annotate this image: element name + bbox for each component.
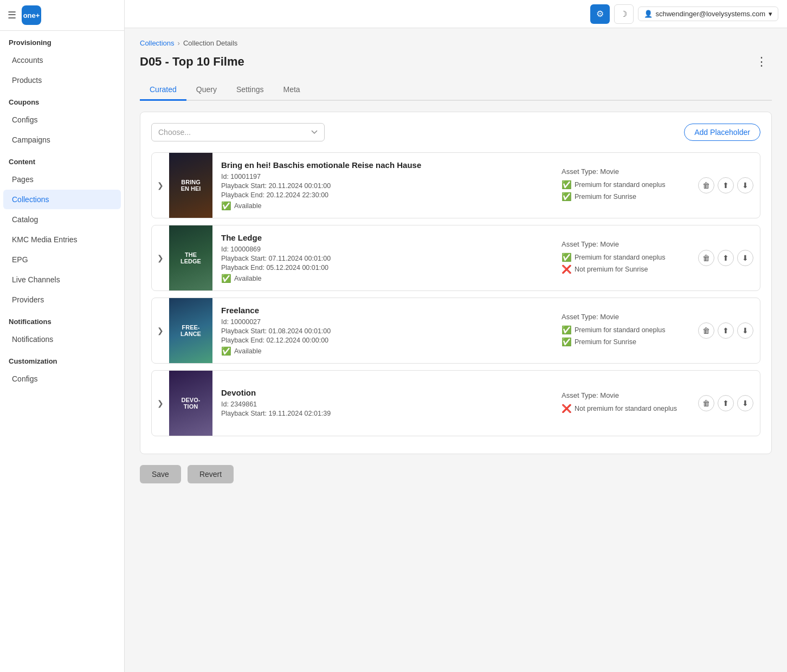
breadcrumb-separator: › <box>178 39 180 47</box>
revert-button[interactable]: Revert <box>188 465 234 483</box>
premium2-row: ✅ Premium for Sunrise <box>562 337 694 347</box>
media-right-info: Asset Type: Movie ✅ Premium for standard… <box>557 161 698 210</box>
move-down-button[interactable]: ⬇ <box>737 322 753 339</box>
sidebar-item-accounts[interactable]: Accounts <box>3 50 121 70</box>
sidebar-section-content: Content Pages Collections Catalog KMC Me… <box>0 150 124 310</box>
cross-icon: ❌ <box>562 404 572 413</box>
move-down-button[interactable]: ⬇ <box>737 250 753 266</box>
sidebar-item-products[interactable]: Products <box>3 70 121 90</box>
breadcrumb-link[interactable]: Collections <box>140 39 175 47</box>
playback-end: Playback End: 05.12.2024 00:01:00 <box>221 264 549 272</box>
tab-curated[interactable]: Curated <box>140 80 186 101</box>
delete-button[interactable]: 🗑 <box>698 395 714 411</box>
sidebar-section-provisioning: Provisioning Accounts Products <box>0 31 124 91</box>
premium1-row: ✅ Premium for standard oneplus <box>562 253 694 262</box>
media-right-info: Asset Type: Movie ❌ Not premium for stan… <box>557 385 698 422</box>
tab-meta[interactable]: Meta <box>274 80 310 101</box>
gear-button[interactable]: ⚙ <box>590 4 610 24</box>
media-id: Id: 10000027 <box>221 318 549 326</box>
sidebar-section-label-notifications: Notifications <box>0 310 124 329</box>
choose-row: Choose... Add Placeholder <box>151 123 760 141</box>
playback-start: Playback Start: 07.11.2024 00:01:00 <box>221 255 549 262</box>
media-item-row: ❯ FREE- LANCE Freelance Id: 10000027 Pla… <box>152 298 760 363</box>
playback-start: Playback Start: 19.11.2024 02:01:39 <box>221 410 549 417</box>
move-down-button[interactable]: ⬇ <box>737 395 753 411</box>
add-placeholder-button[interactable]: Add Placeholder <box>684 124 760 141</box>
sidebar-item-providers[interactable]: Providers <box>3 290 121 309</box>
hamburger-icon[interactable]: ☰ <box>8 9 16 21</box>
tab-settings[interactable]: Settings <box>227 80 274 101</box>
cross-icon: ❌ <box>562 264 572 274</box>
sidebar-section-label-content: Content <box>0 150 124 169</box>
choose-select[interactable]: Choose... <box>151 123 325 141</box>
content-area: Collections › Collection Details D05 - T… <box>125 28 787 672</box>
media-id: Id: 10000869 <box>221 245 549 253</box>
premium2-row: ❌ Not premium for Sunrise <box>562 264 694 274</box>
main-area: ⚙ ☽ 👤 schwendinger@lovelysystems.com ▾ C… <box>125 0 787 672</box>
dark-mode-button[interactable]: ☽ <box>614 4 634 24</box>
premium1-label: Not premium for standard oneplus <box>575 405 677 412</box>
more-options-icon[interactable]: ⋮ <box>751 53 772 71</box>
sidebar-item-campaigns[interactable]: Campaigns <box>3 130 121 150</box>
delete-button[interactable]: 🗑 <box>698 322 714 339</box>
movie-poster: FREE- LANCE <box>169 298 212 363</box>
tab-query[interactable]: Query <box>186 80 227 101</box>
move-up-button[interactable]: ⬆ <box>718 395 734 411</box>
move-up-button[interactable]: ⬆ <box>718 322 734 339</box>
check-icon: ✅ <box>562 325 572 335</box>
sidebar-section-label-coupons: Coupons <box>0 91 124 109</box>
premium1-label: Premium for standard oneplus <box>575 181 665 189</box>
check-icon: ✅ <box>221 274 231 283</box>
check-icon: ✅ <box>221 201 231 211</box>
media-item: ❯ BRING EN HEI Bring en hei! Baschis emo… <box>151 152 760 218</box>
sidebar-item-notifications[interactable]: Notifications <box>3 329 121 349</box>
sidebar-item-pages[interactable]: Pages <box>3 170 121 189</box>
delete-button[interactable]: 🗑 <box>698 250 714 266</box>
asset-type: Asset Type: Movie <box>562 240 694 248</box>
save-button[interactable]: Save <box>140 465 181 483</box>
playback-end: Playback End: 02.12.2024 00:00:00 <box>221 337 549 344</box>
sidebar-item-catalog[interactable]: Catalog <box>3 210 121 229</box>
sidebar-item-configs-coupons[interactable]: Configs <box>3 110 121 130</box>
sidebar-section-customization: Customization Configs <box>0 350 124 389</box>
expand-icon[interactable]: ❯ <box>152 399 169 408</box>
playback-end: Playback End: 20.12.2024 22:30:00 <box>221 191 549 199</box>
media-item-row: ❯ DEVO- TION Devotion Id: 2349861 Playba… <box>152 371 760 436</box>
sidebar-item-live-channels[interactable]: Live Channels <box>3 270 121 289</box>
sidebar-section-coupons: Coupons Configs Campaigns <box>0 91 124 150</box>
sidebar-item-epg[interactable]: EPG <box>3 250 121 269</box>
expand-icon[interactable]: ❯ <box>152 326 169 335</box>
media-item: ❯ THE LEDGE The Ledge Id: 10000869 Playb… <box>151 225 760 291</box>
media-right-info: Asset Type: Movie ✅ Premium for standard… <box>557 234 698 283</box>
media-title: The Ledge <box>221 233 549 242</box>
premium1-label: Premium for standard oneplus <box>575 254 665 261</box>
sidebar-item-kmc[interactable]: KMC Media Entries <box>3 230 121 249</box>
move-up-button[interactable]: ⬆ <box>718 177 734 193</box>
breadcrumb-current: Collection Details <box>183 39 237 47</box>
sidebar-section-notifications: Notifications Notifications <box>0 310 124 350</box>
media-item-row: ❯ BRING EN HEI Bring en hei! Baschis emo… <box>152 153 760 218</box>
sidebar-item-collections[interactable]: Collections <box>3 190 121 209</box>
user-menu[interactable]: 👤 schwendinger@lovelysystems.com ▾ <box>638 7 779 21</box>
delete-button[interactable]: 🗑 <box>698 177 714 193</box>
move-up-button[interactable]: ⬆ <box>718 250 734 266</box>
curated-card: Choose... Add Placeholder ❯ BRING EN HEI… <box>140 112 772 454</box>
page-title-row: D05 - Top 10 Filme ⋮ <box>140 53 772 71</box>
sidebar-item-configs-custom[interactable]: Configs <box>3 369 121 389</box>
media-center-info: Freelance Id: 10000027 Playback Start: 0… <box>212 299 557 363</box>
premium1-row: ❌ Not premium for standard oneplus <box>562 404 694 413</box>
playback-start: Playback Start: 01.08.2024 00:01:00 <box>221 327 549 335</box>
page-title: D05 - Top 10 Filme <box>140 55 244 69</box>
movie-poster: THE LEDGE <box>169 225 212 290</box>
expand-icon[interactable]: ❯ <box>152 254 169 262</box>
logo-box: one+ <box>22 5 41 25</box>
available-status: ✅ Available <box>221 274 549 283</box>
check-icon: ✅ <box>562 253 572 262</box>
move-down-button[interactable]: ⬇ <box>737 177 753 193</box>
expand-icon[interactable]: ❯ <box>152 181 169 190</box>
user-email: schwendinger@lovelysystems.com <box>656 10 766 18</box>
footer-actions: Save Revert <box>140 465 772 494</box>
media-center-info: Bring en hei! Baschis emotionale Reise n… <box>212 154 557 217</box>
media-actions: 🗑 ⬆ ⬇ <box>698 250 760 266</box>
premium2-row: ✅ Premium for Sunrise <box>562 192 694 202</box>
